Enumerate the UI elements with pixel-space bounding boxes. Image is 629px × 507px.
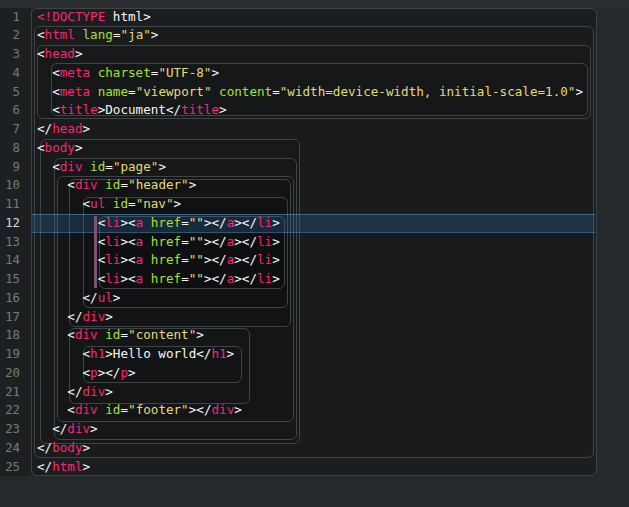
code-line[interactable]: <p></p> <box>37 364 136 383</box>
syntax-token: <!DOCTYPE <box>37 9 105 24</box>
syntax-token: meta <box>60 84 90 99</box>
code-line[interactable]: </div> <box>37 420 98 439</box>
code-line[interactable]: <!DOCTYPE html> <box>37 8 151 27</box>
line-number[interactable]: 23 <box>0 420 20 439</box>
code-line[interactable]: <li><a href=""></a></li> <box>37 233 280 252</box>
line-number[interactable]: 6 <box>0 101 20 120</box>
code-line[interactable]: <meta charset="UTF-8"> <box>37 64 219 83</box>
syntax-token: title <box>60 102 98 117</box>
syntax-token: href <box>151 271 181 286</box>
code-line[interactable]: </html> <box>37 458 90 477</box>
line-number[interactable]: 4 <box>0 64 20 83</box>
code-line[interactable]: <li><a href=""></a></li> <box>37 251 280 270</box>
syntax-token: li <box>105 215 120 230</box>
code-line[interactable]: <ul id="nav"> <box>37 195 181 214</box>
line-number[interactable]: 19 <box>0 345 20 364</box>
line-number[interactable]: 9 <box>0 158 20 177</box>
code-editor-surface[interactable]: 1234567891011121314151617181920212223242… <box>0 0 629 507</box>
syntax-token: = <box>181 215 189 230</box>
syntax-token: ></ <box>234 271 257 286</box>
code-line[interactable]: <div id="content"> <box>37 326 204 345</box>
syntax-token: charset <box>98 65 151 80</box>
syntax-token: > <box>128 365 136 380</box>
syntax-token: lang <box>83 27 113 42</box>
code-line[interactable]: <h1>Hello world</h1> <box>37 345 234 364</box>
syntax-token: < <box>67 327 75 342</box>
line-number[interactable]: 13 <box>0 233 20 252</box>
syntax-token: id <box>105 327 120 342</box>
line-number[interactable]: 8 <box>0 139 20 158</box>
code-line[interactable]: <head> <box>37 45 83 64</box>
syntax-token: id <box>105 177 120 192</box>
line-number[interactable]: 3 <box>0 45 20 64</box>
syntax-token: > <box>196 327 204 342</box>
line-number[interactable]: 16 <box>0 289 20 308</box>
syntax-token: = <box>181 271 189 286</box>
syntax-token: div <box>75 327 98 342</box>
syntax-token: > <box>158 159 166 174</box>
syntax-token: "page" <box>113 159 159 174</box>
code-line[interactable]: </div> <box>37 308 113 327</box>
syntax-token: > <box>272 271 280 286</box>
syntax-token: "viewport" <box>136 84 212 99</box>
line-number[interactable]: 24 <box>0 439 20 458</box>
code-line[interactable]: <meta name="viewport" content="width=dev… <box>37 83 583 102</box>
syntax-token: "content" <box>128 327 196 342</box>
line-number[interactable]: 7 <box>0 120 20 139</box>
line-number[interactable]: 14 <box>0 251 20 270</box>
syntax-token: div <box>75 402 98 417</box>
code-line[interactable]: </head> <box>37 120 90 139</box>
line-number[interactable]: 17 <box>0 308 20 327</box>
syntax-token: title <box>181 102 219 117</box>
syntax-token: "" <box>189 234 204 249</box>
line-number[interactable]: 10 <box>0 176 20 195</box>
syntax-token <box>143 234 151 249</box>
line-number[interactable]: 22 <box>0 401 20 420</box>
line-number[interactable]: 2 <box>0 26 20 45</box>
syntax-token: = <box>120 327 128 342</box>
line-number[interactable]: 25 <box>0 458 20 477</box>
syntax-token: > <box>219 102 227 117</box>
line-number[interactable]: 12 <box>0 214 20 233</box>
line-number[interactable]: 20 <box>0 364 20 383</box>
syntax-token <box>105 196 113 211</box>
line-number[interactable]: 1 <box>0 8 20 27</box>
syntax-token: ></ <box>204 234 227 249</box>
code-line[interactable]: <title>Document</title> <box>37 101 227 120</box>
syntax-token: > <box>189 177 197 192</box>
syntax-token: >< <box>120 215 135 230</box>
syntax-token: < <box>83 346 91 361</box>
line-number[interactable]: 21 <box>0 383 20 402</box>
code-line[interactable]: </ul> <box>37 289 120 308</box>
code-line[interactable]: </div> <box>37 383 113 402</box>
syntax-token: > <box>211 65 219 80</box>
syntax-token: id <box>105 402 120 417</box>
code-line[interactable]: <html lang="ja"> <box>37 26 158 45</box>
syntax-token: > <box>272 215 280 230</box>
syntax-token: div <box>83 309 106 324</box>
line-number[interactable]: 15 <box>0 270 20 289</box>
code-line[interactable]: <div id="footer"></div> <box>37 401 242 420</box>
line-number[interactable]: 11 <box>0 195 20 214</box>
syntax-token: = <box>120 402 128 417</box>
code-line[interactable]: </body> <box>37 439 90 458</box>
syntax-token: > <box>227 346 235 361</box>
code-line[interactable]: <div id="header"> <box>37 176 196 195</box>
syntax-token: > <box>83 121 91 136</box>
line-number[interactable]: 5 <box>0 83 20 102</box>
code-line[interactable]: <div id="page"> <box>37 158 166 177</box>
syntax-token: > <box>90 421 98 436</box>
syntax-token <box>143 252 151 267</box>
syntax-token: </ <box>83 290 98 305</box>
syntax-token: > <box>113 290 121 305</box>
syntax-token: = <box>181 252 189 267</box>
code-line[interactable]: <body> <box>37 139 83 158</box>
syntax-token: div <box>83 384 106 399</box>
syntax-token: ul <box>90 196 105 211</box>
syntax-token: < <box>83 365 91 380</box>
syntax-token: < <box>83 196 91 211</box>
syntax-token: html> <box>105 9 151 24</box>
line-number[interactable]: 18 <box>0 326 20 345</box>
code-line[interactable]: <li><a href=""></a></li> <box>37 270 280 289</box>
code-line[interactable]: <li><a href=""></a></li> <box>37 214 280 233</box>
